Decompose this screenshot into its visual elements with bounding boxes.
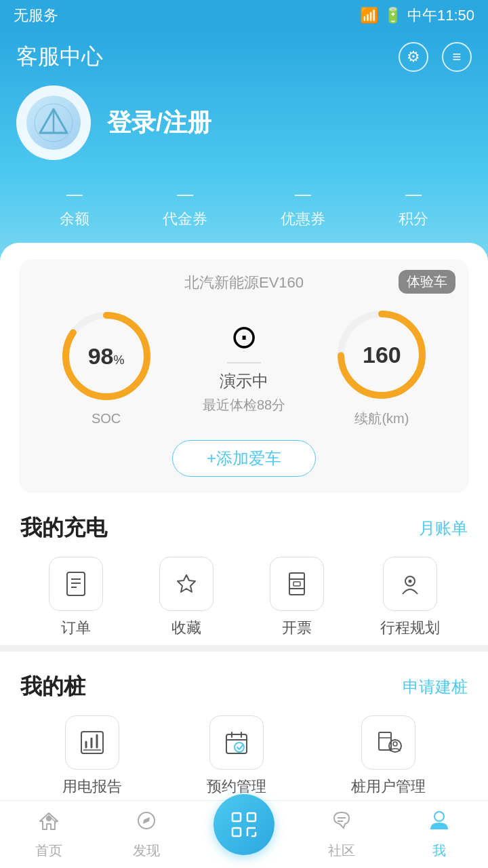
balance-label: 余额: [60, 209, 89, 229]
pile-title: 我的桩: [20, 672, 85, 702]
favorites-label: 收藏: [171, 618, 201, 638]
car-name-row: 北汽新能源EV160 体验车: [33, 273, 455, 293]
svg-point-32: [393, 742, 397, 746]
scan-button[interactable]: [214, 794, 274, 855]
wifi-icon: 📶: [360, 7, 378, 24]
nav-home[interactable]: 首页: [0, 802, 98, 867]
discount-value: —: [295, 184, 311, 203]
status-bar: 无服务 📶 🔋 中午11:50: [0, 0, 488, 31]
stats-row: — 余额 — 代金券 — 优惠券 — 积分: [16, 184, 472, 229]
pile-user-item[interactable]: 桩用户管理: [351, 715, 426, 797]
range-gauge: 160 续航(km): [331, 304, 432, 428]
svg-rect-16: [293, 582, 300, 586]
reservation-item[interactable]: 预约管理: [207, 715, 266, 797]
top-icons: ⚙ ≡: [399, 42, 472, 72]
health-score: 最近体检88分: [203, 396, 285, 414]
order-item[interactable]: 订单: [49, 557, 103, 638]
stat-coupon[interactable]: — 代金券: [163, 184, 207, 229]
nav-discover[interactable]: 发现: [98, 802, 195, 867]
pile-user-icon: [374, 728, 403, 757]
apply-pile-link[interactable]: 申请建桩: [403, 676, 468, 698]
favorites-icon-box: [159, 557, 214, 611]
content-area: 我的充电 月账单 订单 收藏: [0, 493, 488, 824]
power-report-icon: [78, 728, 106, 757]
charging-icon-grid: 订单 收藏 开票: [20, 557, 468, 645]
favorites-icon: [172, 570, 201, 598]
power-report-label: 用电报告: [62, 776, 122, 797]
gauges-row: 98% SOC ⊙ 演示中 最近体检88分: [33, 304, 455, 428]
pile-section-header: 我的桩 申请建桩: [20, 652, 468, 715]
trip-label: 行程规划: [380, 618, 440, 638]
demo-status: 演示中: [220, 370, 268, 392]
section-divider: [0, 645, 488, 652]
trip-icon-box: [383, 557, 437, 611]
top-bar: 客服中心 ⚙ ≡: [16, 31, 472, 85]
power-report-icon-box: [65, 715, 119, 770]
discover-icon: [135, 809, 158, 837]
stat-points[interactable]: — 积分: [399, 184, 428, 229]
avatar-inner: [26, 96, 81, 150]
monthly-bill-link[interactable]: 月账单: [419, 517, 468, 539]
nav-community[interactable]: 社区: [293, 802, 390, 867]
time-text: 中午11:50: [407, 5, 474, 26]
favorites-item[interactable]: 收藏: [159, 557, 214, 638]
header-area: 客服中心 ⚙ ≡ 登录/注册 —: [0, 31, 488, 270]
svg-rect-37: [232, 813, 241, 821]
car-card: 北汽新能源EV160 体验车 98% SOC ⊙: [19, 259, 469, 493]
pile-user-label: 桩用户管理: [351, 776, 426, 797]
nav-me[interactable]: 我: [390, 802, 488, 867]
message-button[interactable]: ≡: [442, 42, 472, 72]
soc-label: SOC: [92, 411, 121, 427]
power-report-item[interactable]: 用电报告: [62, 715, 122, 797]
svg-marker-36: [143, 817, 150, 824]
pile-user-icon-box: [361, 715, 415, 770]
svg-point-28: [235, 743, 244, 752]
settings-button[interactable]: ⚙: [399, 42, 428, 72]
svg-rect-38: [247, 813, 256, 821]
invoice-icon: [283, 570, 311, 598]
me-icon: [428, 809, 451, 837]
signal-text: 无服务: [14, 5, 58, 26]
home-icon: [37, 809, 60, 837]
experience-badge: 体验车: [399, 270, 455, 294]
stat-balance[interactable]: — 余额: [60, 184, 89, 229]
charging-section-header: 我的充电 月账单: [20, 493, 468, 557]
scan-icon: [227, 808, 261, 842]
nav-home-label: 首页: [35, 842, 62, 860]
invoice-icon-box: [270, 557, 324, 611]
range-circle: 160: [331, 304, 432, 406]
soc-value: 98: [88, 343, 114, 369]
points-value: —: [405, 184, 422, 203]
nav-center[interactable]: [195, 814, 293, 855]
trip-icon: [396, 570, 424, 598]
soc-gauge: 98% SOC: [56, 305, 157, 427]
pile-icon-grid: 用电报告 预约管理: [20, 715, 468, 804]
reservation-label: 预约管理: [207, 776, 266, 797]
brand-logo: [33, 102, 74, 143]
range-value: 160: [363, 342, 401, 368]
svg-point-18: [408, 580, 411, 583]
balance-value: —: [66, 184, 83, 203]
trip-item[interactable]: 行程规划: [380, 557, 440, 638]
message-icon: ≡: [453, 48, 462, 66]
range-label: 续航(km): [354, 410, 409, 428]
nav-me-label: 我: [432, 842, 446, 860]
settings-icon: ⚙: [407, 48, 420, 66]
invoice-label: 开票: [282, 618, 312, 638]
car-name: 北汽新能源EV160: [184, 274, 304, 291]
community-icon: [330, 809, 353, 837]
invoice-item[interactable]: 开票: [270, 557, 324, 638]
stat-discount[interactable]: — 优惠券: [281, 184, 325, 229]
order-label: 订单: [61, 618, 91, 638]
reservation-icon-box: [209, 715, 264, 770]
avatar[interactable]: [16, 85, 91, 160]
charging-title: 我的充电: [20, 513, 107, 543]
points-label: 积分: [399, 209, 428, 229]
login-register-text[interactable]: 登录/注册: [107, 106, 211, 140]
svg-rect-39: [232, 828, 241, 836]
svg-point-46: [434, 812, 444, 821]
profile-row[interactable]: 登录/注册: [16, 85, 472, 160]
soc-circle: 98%: [56, 305, 157, 407]
add-car-button[interactable]: +添加爱车: [172, 440, 316, 477]
bottom-nav: 首页 发现: [0, 800, 488, 868]
